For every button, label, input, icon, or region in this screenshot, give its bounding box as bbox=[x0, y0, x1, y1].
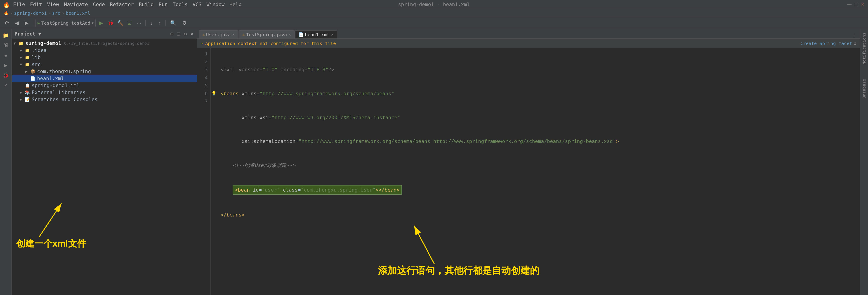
arrow-create-xml bbox=[34, 199, 80, 240]
toolbar-forward-button[interactable]: ▶ bbox=[22, 19, 31, 27]
tree-item-bean1xml[interactable]: ▶ 📄 bean1.xml bbox=[12, 75, 197, 82]
line-num-1: 1 bbox=[197, 50, 211, 58]
project-panel-settings-icon[interactable]: ⚙ bbox=[183, 31, 188, 37]
tab-more-button[interactable]: ⋮ bbox=[850, 33, 858, 38]
toolbar-sync-button[interactable]: ⟳ bbox=[3, 19, 11, 27]
todo-icon[interactable]: ✓ bbox=[1, 81, 10, 90]
menu-file[interactable]: File bbox=[11, 1, 27, 8]
lib-folder-icon: 📁 bbox=[25, 55, 30, 60]
run-config-name: TestSpring.testAdd bbox=[41, 20, 90, 26]
tab-user-java-close[interactable]: ✕ bbox=[232, 32, 235, 37]
gutter-3 bbox=[211, 66, 217, 73]
code-line-1: <?xml version="1.0" encoding="UTF-8"?> bbox=[221, 66, 856, 73]
menu-run[interactable]: Run bbox=[156, 1, 170, 8]
build-button[interactable]: 🔨 bbox=[116, 19, 124, 27]
project-panel-close-icon[interactable]: ✕ bbox=[189, 31, 194, 37]
menu-edit[interactable]: Edit bbox=[28, 1, 44, 8]
tab-testspring-java-label: TestSpring.java bbox=[246, 32, 287, 37]
tree-item-lib[interactable]: ▶ 📁 lib bbox=[12, 54, 197, 61]
project-panel-sync-icon[interactable]: ⊕ bbox=[169, 31, 174, 37]
structure-view-icon[interactable]: 🏗 bbox=[1, 41, 10, 50]
project-panel-collapse-icon[interactable]: ≡ bbox=[176, 31, 181, 37]
create-spring-facet-button[interactable]: Create Spring facet ⚙ bbox=[800, 41, 856, 46]
code-line-4: xsi:schemaLocation="http://www.springfra… bbox=[221, 137, 856, 145]
notifications-tab[interactable]: Notifications bbox=[861, 31, 867, 66]
favorites-icon[interactable]: ★ bbox=[1, 51, 10, 60]
menu-view[interactable]: View bbox=[45, 1, 61, 8]
src-folder-icon: 📁 bbox=[25, 62, 30, 67]
project-folder-icon: 📁 bbox=[19, 41, 24, 46]
line-numbers: 1 2 3 4 5 6 7 bbox=[197, 48, 211, 295]
maximize-button[interactable]: □ bbox=[854, 2, 859, 7]
run-config-selector[interactable]: ▶ TestSpring.testAdd ▼ bbox=[35, 19, 96, 27]
toolbar-git-push-button[interactable]: ↑ bbox=[156, 19, 163, 27]
project-view-icon[interactable]: 📁 bbox=[1, 31, 10, 40]
svg-line-1 bbox=[39, 203, 61, 237]
menu-build[interactable]: Build bbox=[136, 1, 156, 8]
database-tab[interactable]: Database bbox=[861, 77, 867, 100]
gutter: 💡 bbox=[211, 48, 217, 295]
minimize-button[interactable]: — bbox=[847, 2, 852, 7]
gutter-5 bbox=[211, 82, 217, 90]
project-panel-header: Project ▼ ⊕ ≡ ⚙ ✕ bbox=[12, 29, 197, 39]
annotation-area: 创建一个xml文件 bbox=[12, 168, 197, 295]
code-line-5: <!--配置User对象创建--> bbox=[221, 161, 856, 169]
code-content[interactable]: <?xml version="1.0" encoding="UTF-8"?> <… bbox=[217, 48, 860, 295]
breadcrumb-sep-1: › bbox=[10, 10, 13, 16]
debug-button[interactable]: 🐞 bbox=[106, 19, 115, 27]
menu-navigate[interactable]: Navigate bbox=[62, 1, 90, 8]
context-warning-icon: ⚠ bbox=[201, 41, 204, 46]
tree-label-iml: spring-demo1.iml bbox=[32, 83, 80, 88]
toolbar-sep-1 bbox=[33, 20, 33, 26]
line-num-2: 2 bbox=[197, 58, 211, 66]
tab-bar: ☕ User.java ✕ ☕ TestSpring.java ✕ 📄 bean… bbox=[197, 29, 860, 39]
breadcrumb-file[interactable]: bean1.xml bbox=[66, 10, 90, 16]
breadcrumb-src[interactable]: src bbox=[52, 10, 60, 16]
toolbar-settings-button[interactable]: ⚙ bbox=[180, 19, 189, 27]
tab-user-java[interactable]: ☕ User.java ✕ bbox=[199, 30, 239, 38]
code-editor[interactable]: 1 2 3 4 5 6 7 💡 <?xml version="1.0" e bbox=[197, 48, 860, 295]
line-num-5: 5 bbox=[197, 82, 211, 90]
breadcrumb-project[interactable]: spring-demo1 bbox=[14, 10, 47, 16]
tree-item-root[interactable]: ▼ 📁 spring-demo1 X:\19_IntelliJProjects\… bbox=[12, 40, 197, 47]
menu-window[interactable]: Window bbox=[204, 1, 227, 8]
run-coverage-button[interactable]: ☑ bbox=[125, 19, 133, 27]
toolbar-git-update-button[interactable]: ↓ bbox=[148, 19, 155, 27]
tree-item-scratches[interactable]: ▶ 📝 Scratches and Consoles bbox=[12, 96, 197, 103]
gutter-4 bbox=[211, 74, 217, 82]
menu-refactor[interactable]: Refactor bbox=[107, 1, 136, 8]
tab-bean1-xml[interactable]: 📄 bean1.xml ✕ bbox=[295, 30, 337, 38]
tab-testspring-java[interactable]: ☕ TestSpring.java ✕ bbox=[239, 30, 295, 38]
tree-item-iml[interactable]: ▶ 📋 spring-demo1.iml bbox=[12, 82, 197, 89]
create-spring-facet-label: Create Spring facet bbox=[800, 41, 852, 46]
tree-item-src[interactable]: ▼ 📁 src bbox=[12, 61, 197, 68]
idea-folder-icon: 📁 bbox=[25, 48, 30, 53]
gutter-1 bbox=[211, 50, 217, 58]
run-more-button[interactable]: ⋯ bbox=[135, 19, 143, 27]
menu-vcs[interactable]: VCS bbox=[190, 1, 204, 8]
menu-code[interactable]: Code bbox=[91, 1, 107, 8]
toolbar: ⟳ ◀ ▶ ▶ TestSpring.testAdd ▼ ▶ 🐞 🔨 ☑ ⋯ ↓… bbox=[0, 17, 868, 29]
tree-item-libraries[interactable]: ▶ 📚 External Libraries bbox=[12, 89, 197, 96]
create-spring-facet-settings-icon[interactable]: ⚙ bbox=[854, 41, 856, 46]
debug-view-icon[interactable]: 🐞 bbox=[1, 70, 10, 80]
tree-arrow-src: ▼ bbox=[20, 62, 24, 66]
toolbar-sep-2 bbox=[145, 20, 146, 26]
toolbar-search-button[interactable]: 🔍 bbox=[168, 19, 179, 27]
menu-help[interactable]: Help bbox=[227, 1, 244, 8]
run-config-icon: ▶ bbox=[37, 21, 40, 25]
close-button[interactable]: ✕ bbox=[860, 2, 865, 7]
tree-item-package[interactable]: ▶ 📦 com.zhongxu.spring bbox=[12, 68, 197, 75]
tab-bean1-xml-close[interactable]: ✕ bbox=[331, 32, 334, 37]
tree-label-lib: lib bbox=[32, 55, 41, 60]
run-view-icon[interactable]: ▶ bbox=[1, 61, 10, 70]
run-button[interactable]: ▶ bbox=[97, 19, 105, 27]
line-num-3: 3 bbox=[197, 66, 211, 73]
tab-testspring-java-close[interactable]: ✕ bbox=[288, 32, 291, 37]
toolbar-back-button[interactable]: ◀ bbox=[13, 19, 21, 27]
menu-tools[interactable]: Tools bbox=[170, 1, 190, 8]
project-panel-dropdown-icon[interactable]: ▼ bbox=[37, 31, 42, 37]
toolbar-sep-3 bbox=[165, 20, 166, 26]
gutter-7 bbox=[211, 97, 217, 106]
tree-item-idea[interactable]: ▶ 📁 .idea bbox=[12, 47, 197, 54]
